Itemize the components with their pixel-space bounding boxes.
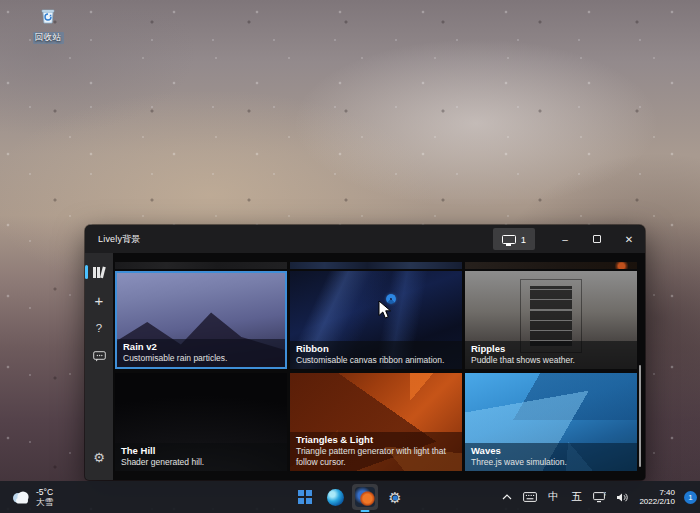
wallpaper-tile-ripples[interactable]: Ripples Puddle that shows weather.	[465, 271, 637, 369]
keyboard-icon	[523, 492, 537, 502]
selected-indicator	[85, 265, 88, 279]
maximize-icon	[593, 235, 601, 243]
close-button[interactable]: ✕	[613, 225, 645, 253]
tile-description: Triangle pattern generator with light th…	[296, 446, 456, 467]
wallpaper-tile-triangles-light[interactable]: Triangles & Light Triangle pattern gener…	[290, 373, 462, 471]
tray-date: 2022/2/10	[639, 497, 675, 507]
wallpaper-tile-ribbon[interactable]: Ribbon Customisable canvas ribbon animat…	[290, 271, 462, 369]
lively-app-icon	[355, 487, 375, 507]
tile-title: Ripples	[471, 343, 631, 355]
ime-mode-indicator[interactable]: 五	[566, 484, 586, 510]
tile-caption: Ripples Puddle that shows weather.	[465, 341, 637, 370]
partial-tile-sliver[interactable]	[115, 262, 287, 269]
tile-description: Puddle that shows weather.	[471, 355, 631, 366]
tile-caption: Ribbon Customisable canvas ribbon animat…	[290, 341, 462, 370]
screen-selector-button[interactable]: 1	[493, 228, 535, 250]
tile-title: Rain v2	[123, 341, 279, 353]
minimize-icon: –	[562, 234, 568, 245]
volume-button[interactable]	[612, 484, 632, 510]
edge-browser-button[interactable]	[322, 484, 348, 510]
wallpaper-gallery: Rain v2 Customisable rain particles. Rib…	[113, 253, 645, 480]
plus-icon: +	[95, 292, 104, 309]
system-tray: 中 五 ? 7:40 2022/2/10 1	[497, 481, 697, 513]
sidebar-item-help[interactable]: ?	[85, 315, 113, 341]
chevron-up-icon	[502, 494, 512, 500]
sidebar-item-add-wallpaper[interactable]: +	[85, 287, 113, 313]
svg-text:?: ?	[604, 492, 606, 497]
titlebar-controls: 1 – ✕	[493, 225, 645, 253]
settings-app-button[interactable]: ⚙	[382, 484, 408, 510]
window-title: Lively背景	[85, 233, 141, 246]
taskbar-center-icons: ⚙	[292, 481, 408, 513]
weather-text: -5°C 大雪	[36, 487, 53, 507]
screen-count: 1	[521, 234, 526, 245]
tile-title: The Hill	[121, 445, 281, 457]
partial-tile-sliver[interactable]	[290, 262, 462, 269]
gear-center-dot	[393, 495, 398, 500]
touch-keyboard-button[interactable]	[520, 484, 540, 510]
mouse-cursor	[378, 300, 391, 319]
tile-description: Shader generated hill.	[121, 457, 281, 468]
tile-title: Waves	[471, 445, 631, 457]
tile-caption: The Hill Shader generated hill.	[115, 443, 287, 472]
hidden-icons-chevron[interactable]	[497, 484, 517, 510]
wallpaper-tile-waves[interactable]: Waves Three.js wave simulation.	[465, 373, 637, 471]
taskbar-weather-widget[interactable]: -5°C 大雪	[4, 481, 59, 513]
partial-tile-sliver[interactable]	[465, 262, 637, 269]
monitor-icon	[502, 235, 516, 244]
network-icon: ?	[593, 492, 606, 503]
tile-caption: Triangles & Light Triangle pattern gener…	[290, 432, 462, 471]
ime-language-indicator[interactable]: 中	[543, 484, 563, 510]
previous-row-slivers	[115, 262, 645, 269]
edge-icon	[327, 489, 344, 506]
recycle-bin-shortcut[interactable]: 回收站	[22, 6, 74, 44]
weather-condition: 大雪	[36, 497, 53, 507]
weather-temperature: -5°C	[36, 487, 53, 497]
lively-wallpaper-window: Lively背景 1 – ✕	[85, 225, 645, 480]
feedback-bubble-icon	[93, 351, 106, 362]
window-sidebar: + ? ⚙	[85, 253, 113, 480]
recycle-bin-icon	[38, 6, 58, 26]
tile-description: Customisable rain particles.	[123, 353, 279, 364]
tray-time: 7:40	[659, 488, 675, 498]
sidebar-item-library[interactable]	[85, 259, 113, 285]
lively-wallpaper-button[interactable]	[352, 484, 378, 510]
wallpaper-tile-the-hill[interactable]: The Hill Shader generated hill.	[115, 373, 287, 471]
recycle-bin-label: 回收站	[33, 32, 64, 44]
taskbar: -5°C 大雪 ⚙	[0, 481, 700, 513]
sidebar-item-feedback[interactable]	[85, 343, 113, 369]
windows-logo-icon	[298, 490, 312, 504]
gallery-scrollbar[interactable]	[639, 365, 642, 467]
settings-gear-icon: ⚙	[93, 450, 105, 465]
notification-badge[interactable]: 1	[684, 491, 697, 504]
tile-caption: Rain v2 Customisable rain particles.	[117, 339, 285, 368]
network-button[interactable]: ?	[589, 484, 609, 510]
start-button[interactable]	[292, 484, 318, 510]
minimize-button[interactable]: –	[549, 225, 581, 253]
tile-description: Three.js wave simulation.	[471, 457, 631, 468]
maximize-button[interactable]	[581, 225, 613, 253]
cloud-weather-icon	[10, 490, 32, 505]
desktop-wallpaper: 回收站 Lively背景 1 – ✕	[0, 0, 700, 513]
wallpaper-tile-rain-v2[interactable]: Rain v2 Customisable rain particles.	[115, 271, 287, 369]
help-icon: ?	[96, 322, 102, 334]
window-titlebar[interactable]: Lively背景 1 – ✕	[85, 225, 645, 253]
library-icon	[92, 266, 106, 279]
clock[interactable]: 7:40 2022/2/10	[635, 488, 679, 507]
sidebar-item-settings[interactable]: ⚙	[85, 444, 113, 470]
window-body: + ? ⚙	[85, 253, 645, 480]
tile-title: Triangles & Light	[296, 434, 456, 446]
tile-caption: Waves Three.js wave simulation.	[465, 443, 637, 472]
close-icon: ✕	[625, 234, 633, 245]
tile-title: Ribbon	[296, 343, 456, 355]
speaker-icon	[616, 492, 629, 503]
tile-description: Customisable canvas ribbon animation.	[296, 355, 456, 366]
